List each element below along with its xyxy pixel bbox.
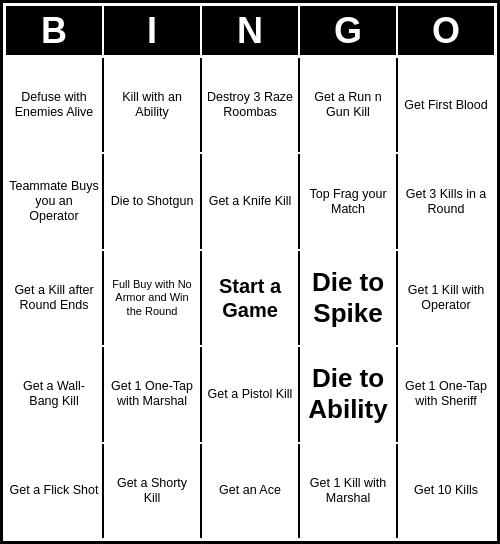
- bingo-cell-3-3[interactable]: Die to Ability: [300, 347, 398, 441]
- bingo-cell-0-2[interactable]: Destroy 3 Raze Roombas: [202, 58, 300, 152]
- bingo-card: BINGO Defuse with Enemies AliveKill with…: [3, 3, 497, 541]
- bingo-cell-3-0[interactable]: Get a Wall-Bang Kill: [6, 347, 104, 441]
- bingo-row-0: Defuse with Enemies AliveKill with an Ab…: [6, 58, 494, 154]
- bingo-row-1: Teammate Buys you an OperatorDie to Shot…: [6, 154, 494, 250]
- bingo-grid: Defuse with Enemies AliveKill with an Ab…: [6, 58, 494, 538]
- bingo-row-4: Get a Flick ShotGet a Shorty KillGet an …: [6, 444, 494, 538]
- bingo-cell-1-1[interactable]: Die to Shotgun: [104, 154, 202, 248]
- bingo-header: BINGO: [6, 6, 494, 58]
- bingo-cell-0-0[interactable]: Defuse with Enemies Alive: [6, 58, 104, 152]
- bingo-cell-0-4[interactable]: Get First Blood: [398, 58, 494, 152]
- bingo-cell-1-4[interactable]: Get 3 Kills in a Round: [398, 154, 494, 248]
- bingo-cell-3-1[interactable]: Get 1 One-Tap with Marshal: [104, 347, 202, 441]
- bingo-cell-1-0[interactable]: Teammate Buys you an Operator: [6, 154, 104, 248]
- bingo-cell-4-0[interactable]: Get a Flick Shot: [6, 444, 104, 538]
- header-letter-g: G: [300, 6, 398, 55]
- bingo-cell-2-2[interactable]: Start a Game: [202, 251, 300, 345]
- header-letter-o: O: [398, 6, 494, 55]
- bingo-cell-3-2[interactable]: Get a Pistol Kill: [202, 347, 300, 441]
- bingo-cell-0-3[interactable]: Get a Run n Gun Kill: [300, 58, 398, 152]
- bingo-row-2: Get a Kill after Round EndsFull Buy with…: [6, 251, 494, 347]
- bingo-cell-4-4[interactable]: Get 10 Kills: [398, 444, 494, 538]
- bingo-cell-2-1[interactable]: Full Buy with No Armor and Win the Round: [104, 251, 202, 345]
- bingo-cell-1-3[interactable]: Top Frag your Match: [300, 154, 398, 248]
- bingo-row-3: Get a Wall-Bang KillGet 1 One-Tap with M…: [6, 347, 494, 443]
- header-letter-i: I: [104, 6, 202, 55]
- bingo-cell-3-4[interactable]: Get 1 One-Tap with Sheriff: [398, 347, 494, 441]
- bingo-cell-1-2[interactable]: Get a Knife Kill: [202, 154, 300, 248]
- header-letter-b: B: [6, 6, 104, 55]
- bingo-cell-2-0[interactable]: Get a Kill after Round Ends: [6, 251, 104, 345]
- bingo-cell-4-1[interactable]: Get a Shorty Kill: [104, 444, 202, 538]
- bingo-cell-0-1[interactable]: Kill with an Ability: [104, 58, 202, 152]
- bingo-cell-2-3[interactable]: Die to Spike: [300, 251, 398, 345]
- header-letter-n: N: [202, 6, 300, 55]
- bingo-cell-4-3[interactable]: Get 1 Kill with Marshal: [300, 444, 398, 538]
- bingo-cell-4-2[interactable]: Get an Ace: [202, 444, 300, 538]
- bingo-cell-2-4[interactable]: Get 1 Kill with Operator: [398, 251, 494, 345]
